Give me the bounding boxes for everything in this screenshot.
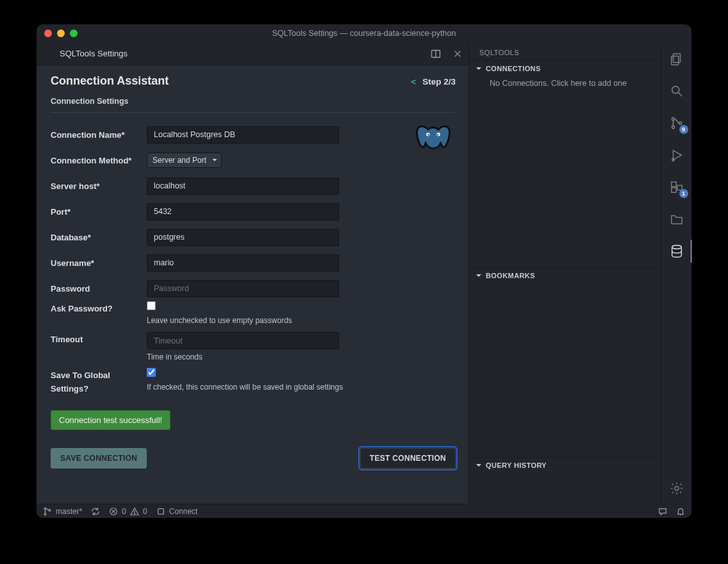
plug-icon [156, 507, 165, 516]
titlebar: SQLTools Settings — coursera-data-scienc… [37, 24, 691, 42]
bell-icon[interactable] [676, 507, 685, 516]
svg-point-10 [672, 87, 679, 94]
label-timeout: Timeout [51, 332, 147, 347]
window-title: SQLTools Settings — coursera-data-scienc… [37, 29, 691, 38]
status-connect[interactable]: Connect [156, 507, 198, 516]
connection-name-input[interactable] [147, 126, 339, 144]
svg-line-11 [678, 93, 682, 97]
connection-method-select[interactable]: Server and Port [147, 153, 222, 168]
section-subheading: Connection Settings [51, 92, 456, 113]
editor-area: SQLTools Settings Connection Assistant <… [37, 42, 468, 504]
svg-point-28 [135, 513, 135, 513]
split-editor-icon[interactable] [429, 47, 443, 61]
gear-icon[interactable] [668, 479, 686, 497]
svg-rect-16 [671, 182, 675, 187]
source-control-icon[interactable]: 9 [668, 114, 686, 132]
timeout-input[interactable] [147, 332, 339, 349]
ask-password-checkbox[interactable] [147, 301, 156, 310]
close-window-button[interactable] [44, 29, 52, 37]
tab-sqltools-settings[interactable]: SQLTools Settings [60, 49, 128, 58]
svg-point-22 [44, 513, 46, 515]
section-connections-header[interactable]: CONNECTIONS [469, 60, 661, 76]
chevron-down-icon [476, 272, 482, 279]
connection-form: Connection Name* Connection Method* Serv… [51, 122, 456, 469]
page-title: Connection Assistant [51, 74, 169, 88]
svg-point-13 [672, 126, 674, 128]
connection-test-banner: Connection test successfull! [51, 410, 170, 430]
sync-icon [91, 507, 100, 516]
label-connection-method: Connection Method* [51, 156, 147, 165]
svg-point-7 [437, 134, 438, 135]
database-icon[interactable] [668, 242, 686, 260]
search-icon[interactable] [668, 82, 686, 100]
password-input[interactable] [147, 280, 339, 297]
zoom-window-button[interactable] [70, 29, 78, 37]
svg-rect-17 [671, 188, 675, 192]
extensions-icon[interactable]: 1 [668, 178, 686, 196]
svg-point-14 [679, 122, 681, 124]
svg-point-23 [49, 509, 51, 511]
postgres-icon [415, 120, 452, 158]
label-username: Username* [51, 258, 147, 268]
timeout-hint: Time in seconds [147, 352, 339, 361]
feedback-icon[interactable] [658, 507, 667, 516]
server-host-input[interactable] [147, 178, 339, 195]
settings-content: Connection Assistant <Step 2/3 Connectio… [37, 65, 468, 504]
label-server-host: Server host* [51, 181, 147, 191]
folder-icon[interactable] [668, 210, 686, 228]
vscode-window: SQLTools Settings — coursera-data-scienc… [37, 24, 691, 518]
section-bookmarks-header[interactable]: BOOKMARKS [469, 267, 661, 283]
port-input[interactable] [147, 203, 339, 220]
label-database: Database* [51, 233, 147, 242]
git-branch-icon [43, 507, 52, 516]
label-ask-password: Ask Password? [51, 301, 147, 316]
test-connection-button[interactable]: TEST CONNECTION [360, 448, 456, 469]
username-input[interactable] [147, 254, 339, 272]
chevron-down-icon [476, 462, 482, 469]
status-bar: master* 0 0 Connect [37, 504, 691, 518]
save-connection-button[interactable]: SAVE CONNECTION [51, 448, 147, 469]
svg-point-19 [672, 245, 681, 249]
close-tab-icon[interactable] [451, 47, 465, 61]
section-query-history-header[interactable]: QUERY HISTORY [469, 457, 661, 473]
label-save-global: Save To Global Settings? [51, 368, 147, 396]
step-label: Step 2/3 [422, 77, 456, 87]
ask-password-hint: Leave unchecked to use empty passwords [147, 316, 292, 325]
error-icon [109, 507, 118, 516]
database-input[interactable] [147, 229, 339, 246]
svg-point-20 [675, 486, 679, 490]
label-connection-name: Connection Name* [51, 130, 147, 140]
window-controls [44, 29, 78, 37]
svg-rect-8 [673, 54, 680, 63]
extensions-badge: 1 [679, 189, 688, 198]
activity-bar: 9 1 [661, 42, 691, 504]
svg-rect-9 [671, 56, 678, 65]
wizard-step: <Step 2/3 [411, 77, 456, 87]
sqltools-panel: SQLTOOLS CONNECTIONS No Connections. Cli… [468, 42, 661, 504]
explorer-icon[interactable] [668, 50, 686, 68]
status-problems[interactable]: 0 0 [109, 507, 147, 516]
warning-icon [130, 507, 139, 516]
step-back-icon[interactable]: < [411, 77, 416, 87]
save-global-checkbox[interactable] [147, 368, 156, 377]
svg-point-21 [44, 508, 46, 510]
save-global-hint: If checked, this connection will be save… [147, 383, 343, 392]
chevron-down-icon [476, 65, 482, 72]
connections-empty-message[interactable]: No Connections. Click here to add one [469, 76, 661, 94]
svg-point-12 [672, 118, 674, 120]
svg-point-5 [427, 134, 429, 135]
run-debug-icon[interactable] [668, 146, 686, 164]
status-sync[interactable] [91, 507, 100, 516]
minimize-window-button[interactable] [57, 29, 65, 37]
status-branch[interactable]: master* [43, 507, 82, 516]
source-control-badge: 9 [679, 125, 688, 134]
label-port: Port* [51, 207, 147, 217]
label-password: Password [51, 284, 147, 294]
sqltools-panel-title: SQLTOOLS [469, 42, 661, 60]
svg-rect-29 [158, 508, 163, 514]
editor-tabbar: SQLTools Settings [37, 42, 468, 65]
